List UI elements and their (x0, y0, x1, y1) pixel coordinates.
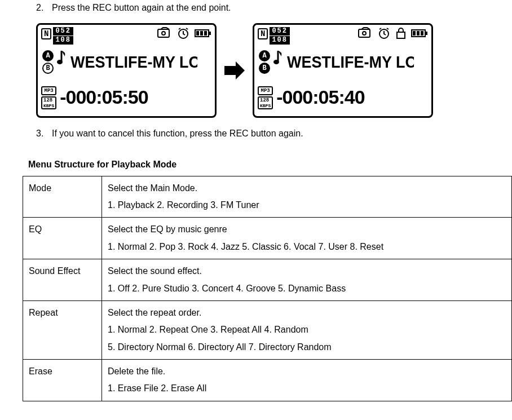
bitrate-unit: KBPS (260, 103, 271, 108)
svg-rect-7 (204, 31, 207, 36)
menu-desc-cell: Select the sound effect.1. Off 2. Pure S… (102, 259, 512, 301)
menu-label-cell: Mode (23, 176, 102, 218)
a-badge: A (259, 50, 270, 61)
step-3-number: 3. (36, 126, 52, 141)
svg-point-8 (57, 60, 63, 64)
lcd-screen-left: N 052 108 A B (36, 23, 217, 118)
menu-desc-cell: Select the Main Mode.1. Playback 2. Reco… (102, 176, 512, 218)
a-badge: A (42, 50, 54, 61)
time-remaining: -000:05:40 (276, 81, 364, 114)
svg-rect-16 (417, 31, 420, 36)
format-badges: MP3 128 KBPS (41, 86, 56, 109)
table-row: ModeSelect the Main Mode.1. Playback 2. … (23, 176, 512, 218)
svg-point-1 (162, 32, 165, 35)
lcd-screen-right: N 052 108 (253, 23, 433, 118)
bitrate-unit: KBPS (43, 103, 54, 108)
menu-desc-line: Select the EQ by music genre (108, 221, 506, 238)
lcd-middle-row: A B WESTLIFE-MY LO (258, 47, 428, 76)
menu-desc-line: 1. Off 2. Pure Studio 3. Concert 4. Groo… (108, 280, 506, 297)
menu-desc-line: 1. Normal 2. Repeat One 3. Repeat All 4.… (108, 321, 506, 338)
bitrate-value: 128 (43, 98, 54, 103)
track-current: 052 (270, 27, 290, 36)
step-2-number: 2. (36, 0, 52, 15)
table-row: EQSelect the EQ by music genre1. Normal … (23, 218, 512, 259)
step-2-text: Press the REC button again at the end po… (52, 0, 231, 15)
lcd-bottom-row: MP3 128 KBPS -000:05:50 (41, 81, 211, 114)
menu-desc-cell: Delete the file.1. Erase File 2. Erase A… (102, 360, 512, 401)
track-total: 108 (270, 36, 290, 45)
format-badge: MP3 (258, 86, 273, 95)
b-badge: B (42, 63, 54, 74)
mode-badge: N (258, 28, 268, 39)
track-number-group: 052 108 (270, 27, 290, 45)
svg-rect-0 (158, 29, 169, 37)
lcd-top-row: N 052 108 (258, 27, 428, 45)
menu-desc-cell: Select the EQ by music genre1. Normal 2.… (102, 218, 512, 259)
lcd-top-left: N 052 108 (41, 27, 73, 45)
time-remaining: -000:05:50 (60, 81, 148, 114)
lcd-top-row: N 052 108 (41, 27, 211, 45)
svg-rect-17 (421, 31, 423, 36)
track-number-group: 052 108 (53, 27, 73, 45)
table-row: RepeatSelect the repeat order.1. Normal … (23, 300, 512, 359)
music-note-icon (273, 50, 285, 74)
card-icon (157, 27, 172, 39)
card-icon (358, 27, 373, 39)
section-title: Menu Structure for Playback Mode (28, 157, 501, 172)
ab-indicator: A B (259, 50, 270, 74)
b-badge: B (259, 63, 270, 74)
battery-icon (195, 28, 211, 38)
menu-desc-cell: Select the repeat order.1. Normal 2. Rep… (102, 300, 512, 359)
menu-desc-line: 5. Directory Normal 6. Directory All 7. … (108, 339, 506, 356)
menu-desc-line: Select the repeat order. (108, 304, 506, 321)
menu-desc-line: Select the Main Mode. (108, 180, 506, 197)
menu-label-cell: Erase (23, 360, 102, 401)
bitrate-value: 128 (260, 98, 271, 103)
lcd-top-left: N 052 108 (258, 27, 290, 45)
lcd-top-icons (358, 27, 428, 39)
table-row: Sound EffectSelect the sound effect.1. O… (23, 259, 512, 301)
svg-rect-9 (359, 29, 370, 37)
table-row: EraseDelete the file.1. Erase File 2. Er… (23, 360, 512, 401)
menu-desc-line: Delete the file. (108, 363, 506, 380)
lock-icon (395, 27, 407, 39)
step-3-text: If you want to cancel this function, pre… (52, 126, 303, 141)
song-title: WESTLIFE-MY LO (287, 47, 414, 76)
mode-badge: N (41, 28, 51, 39)
menu-structure-table: ModeSelect the Main Mode.1. Playback 2. … (23, 176, 512, 401)
svg-rect-12 (397, 32, 405, 38)
format-badge: MP3 (41, 86, 56, 95)
lcd-illustration-row: N 052 108 A B (36, 23, 501, 118)
step-3: 3. If you want to cancel this function, … (36, 126, 501, 141)
menu-desc-line: 1. Normal 2. Pop 3. Rock 4. Jazz 5. Clas… (108, 238, 506, 255)
menu-label-cell: EQ (23, 218, 102, 259)
menu-desc-line: 1. Erase File 2. Erase All (108, 380, 506, 397)
alarm-icon (176, 27, 190, 39)
alarm-icon (377, 27, 391, 39)
svg-point-18 (273, 60, 279, 64)
lcd-top-icons (157, 27, 211, 39)
svg-rect-5 (196, 31, 199, 36)
format-badges: MP3 128 KBPS (258, 86, 273, 109)
svg-rect-14 (425, 32, 427, 35)
lcd-bottom-row: MP3 128 KBPS -000:05:40 (258, 81, 428, 114)
menu-desc-line: Select the sound effect. (108, 263, 506, 280)
svg-rect-15 (413, 31, 416, 36)
menu-label-cell: Sound Effect (23, 259, 102, 301)
step-2: 2. Press the REC button again at the end… (36, 0, 501, 15)
svg-rect-4 (209, 32, 211, 35)
lcd-middle-row: A B WESTLIFE-MY LO (41, 47, 211, 76)
ab-indicator: A B (42, 50, 54, 74)
svg-rect-6 (200, 31, 203, 36)
track-current: 052 (53, 27, 73, 36)
arrow-right-icon (223, 60, 246, 81)
svg-point-10 (363, 32, 366, 35)
track-total: 108 (53, 36, 73, 45)
menu-desc-line: 1. Playback 2. Recording 3. FM Tuner (108, 197, 506, 214)
battery-icon (411, 28, 428, 38)
menu-label-cell: Repeat (23, 300, 102, 359)
song-title: WESTLIFE-MY LO (70, 47, 197, 76)
music-note-icon (57, 50, 68, 74)
